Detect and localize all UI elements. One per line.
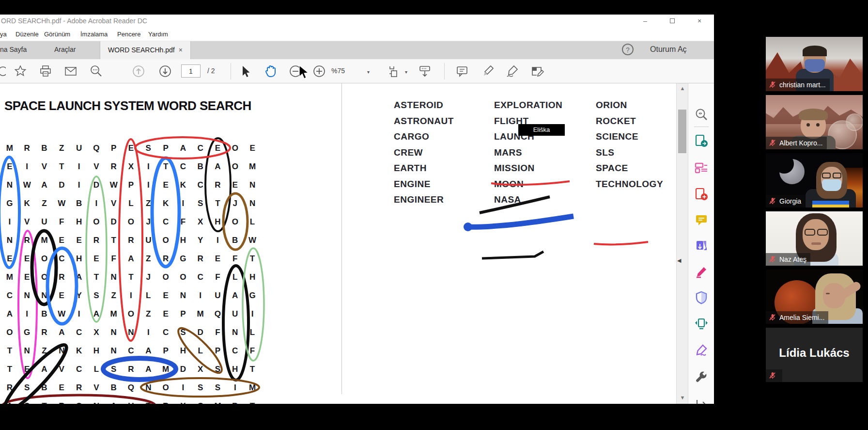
grid-letter: G	[174, 250, 192, 268]
presentation-icon[interactable]	[418, 64, 432, 78]
glasses	[817, 229, 828, 236]
glasses	[805, 229, 815, 236]
compress-pdf-icon[interactable]	[695, 317, 708, 331]
grid-letter: M	[209, 397, 227, 404]
print-icon[interactable]	[39, 64, 52, 78]
grid-letter: Z	[36, 342, 53, 360]
fit-page-icon[interactable]	[388, 64, 401, 78]
comment-tool-icon[interactable]	[455, 64, 469, 78]
fill-sign-tool-icon[interactable]	[530, 64, 544, 78]
grid-letter: Q	[209, 305, 227, 323]
grid-letter: E	[1, 158, 18, 176]
edit-highlight-icon[interactable]	[695, 265, 708, 279]
muted-mic-icon	[769, 255, 776, 263]
select-tool-icon[interactable]	[238, 64, 252, 78]
grid-letter: T	[140, 397, 157, 404]
zoom-dropdown-icon[interactable]: ▾	[367, 69, 370, 75]
grid-letter: I	[70, 158, 88, 176]
restore-button[interactable]	[667, 16, 677, 25]
participant-tile-albert[interactable]: Albert Kopro...	[766, 95, 863, 149]
grid-letter: W	[18, 176, 36, 194]
hand-tool-icon[interactable]	[264, 64, 277, 78]
window-title: ORD SEARCHh.pdf - Adobe Acrobat Reader D…	[1, 17, 147, 25]
minimize-button[interactable]: –	[640, 16, 650, 25]
grid-letter: U	[70, 139, 88, 158]
tab-home[interactable]: na Sayfa	[0, 46, 27, 53]
grid-letter: G	[244, 287, 261, 305]
grid-letter: I	[209, 231, 227, 250]
zoom-in-icon[interactable]	[312, 64, 326, 78]
grid-letter: T	[157, 158, 174, 176]
grid-letter: C	[174, 158, 192, 176]
fill-and-sign-icon[interactable]	[695, 344, 708, 357]
grid-letter: A	[140, 342, 157, 360]
grid-letter: C	[192, 139, 209, 158]
menu-help[interactable]: Yardım	[148, 31, 168, 38]
grid-letter: P	[174, 305, 192, 323]
fit-dropdown-icon[interactable]: ▾	[405, 69, 407, 75]
grid-letter: H	[70, 250, 88, 268]
comment-panel-icon[interactable]	[695, 213, 708, 227]
tab-close-icon[interactable]: ×	[179, 46, 183, 54]
panel-collapse-icon[interactable]: ◀	[677, 255, 684, 266]
participant-tile-lidia[interactable]: Lídia Lukács	[766, 328, 863, 382]
participant-tile-giorgia[interactable]: Giorgia	[766, 153, 863, 207]
close-button[interactable]: ×	[695, 16, 704, 25]
menu-window[interactable]: Pencere	[117, 31, 140, 38]
glasses	[833, 173, 841, 178]
participant-tile-naz[interactable]: Naz Ateş	[766, 211, 863, 266]
create-pdf-icon[interactable]	[695, 188, 708, 201]
menu-edit[interactable]: Düzenle	[16, 31, 39, 38]
help-icon[interactable]: ?	[622, 44, 634, 55]
vertical-scrollbar[interactable]: ▲ ▼	[676, 83, 688, 404]
grid-letter: R	[18, 231, 36, 250]
grid-letter: I	[192, 287, 209, 305]
grid-letter: C	[53, 250, 70, 268]
participant-tile-amelia[interactable]: Amelia Siemi...	[766, 270, 863, 324]
menu-file[interactable]: ya	[0, 31, 7, 38]
grid-letter: N	[244, 176, 261, 194]
highlight-tool-icon[interactable]	[481, 64, 495, 78]
grid-letter: S	[209, 379, 227, 397]
document-canvas[interactable]: SPACE LAUNCH SYSTEM WORD SEARCH MRBZUQPE…	[0, 83, 676, 404]
scroll-down-icon[interactable]: ▼	[677, 395, 688, 400]
more-tools-icon[interactable]	[695, 370, 708, 384]
open-panel-arrow-icon[interactable]	[695, 398, 708, 404]
marquee-zoom-icon[interactable]	[695, 108, 708, 121]
participant-tile-christian[interactable]: christian mart...	[766, 37, 863, 91]
grid-letter: A	[140, 360, 157, 379]
grid-letter: L	[88, 360, 105, 379]
grid-letter: U	[226, 305, 244, 323]
email-icon[interactable]	[64, 64, 78, 78]
menu-view[interactable]: Görünüm	[44, 31, 70, 38]
zoom-level-value[interactable]: %75	[331, 67, 345, 75]
export-pdf-icon[interactable]	[695, 134, 708, 148]
sign-tool-icon[interactable]	[505, 64, 519, 78]
organize-pages-icon[interactable]	[695, 161, 708, 175]
grid-letter: I	[18, 305, 36, 323]
protect-icon[interactable]	[695, 291, 708, 304]
menu-sign[interactable]: İmzalama	[80, 31, 108, 38]
grid-letter: S	[209, 360, 227, 379]
star-icon[interactable]	[14, 64, 27, 78]
next-page-icon[interactable]	[158, 64, 172, 78]
clipped-icon	[0, 64, 6, 78]
vertical-scroll-thumb[interactable]	[678, 110, 686, 153]
grid-letter: B	[226, 397, 244, 404]
word-list-item: SLS	[596, 147, 663, 163]
tab-tools[interactable]: Araçlar	[54, 46, 76, 53]
tab-document[interactable]: WORD SEARCHh.pdf×	[100, 41, 191, 59]
word-list-item: MARS	[494, 147, 562, 163]
combine-files-icon[interactable]	[695, 239, 708, 253]
grid-letter: A	[88, 305, 105, 323]
sign-in-button[interactable]: Oturum Aç	[650, 45, 687, 54]
scroll-up-icon[interactable]: ▲	[677, 85, 688, 91]
grid-letter: E	[53, 379, 70, 397]
search-icon[interactable]	[89, 64, 103, 78]
page-number-input[interactable]: 1	[181, 64, 201, 78]
previous-page-icon[interactable]	[132, 64, 145, 78]
grid-letter: C	[226, 342, 244, 360]
grid-letter: H	[88, 342, 105, 360]
grid-letter: L	[140, 287, 157, 305]
grid-letter: T	[88, 268, 105, 287]
